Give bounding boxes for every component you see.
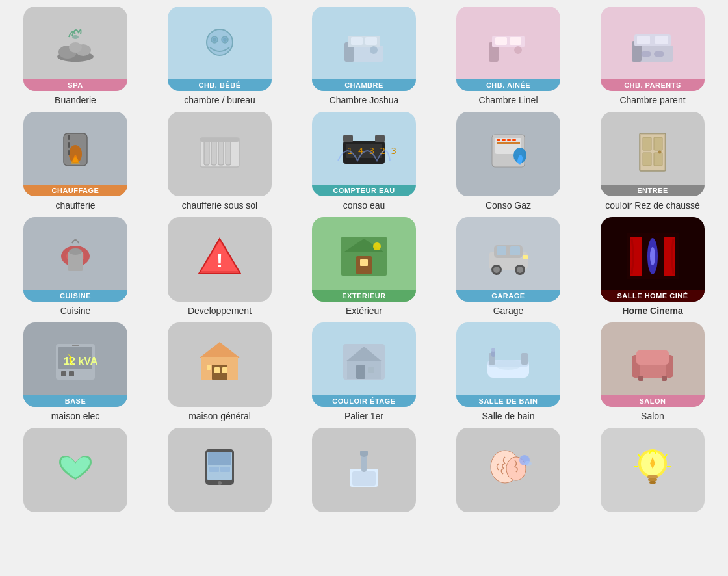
room-badge-buanderie: SPA <box>23 79 127 91</box>
svg-rect-118 <box>208 452 231 465</box>
room-icon-item-24 <box>482 444 534 490</box>
room-badge-cuisine: CUISINE <box>23 290 127 302</box>
svg-marker-92 <box>199 342 240 358</box>
room-label-conso-gaz: Conso Gaz <box>486 200 531 211</box>
room-icon-chaufferie <box>49 128 101 174</box>
room-label-cuisine: Cuisine <box>60 306 91 316</box>
room-icon-box-developpement: ! <box>168 217 272 302</box>
room-icon-home-cinema <box>627 233 679 279</box>
room-icon-couloir-rdc <box>627 128 679 174</box>
room-icon-salle-de-bain <box>482 339 534 384</box>
room-item-chambre-bureau[interactable]: CHB. BÉBÉ chambre / bureau <box>151 7 289 105</box>
room-icon-box-home-cinema: SALLE HOME CINÉ <box>601 217 705 302</box>
svg-rect-51 <box>512 139 516 141</box>
room-label-conso-eau: conso eau <box>343 200 385 211</box>
room-badge-chambre-parents: CHB. PARENTS <box>601 79 705 91</box>
room-label-exterieur: Extérieur <box>346 306 382 316</box>
room-icon-item-25 <box>627 444 679 490</box>
svg-rect-75 <box>497 246 506 255</box>
room-icon-box-chambre-linel: CHB. AINÉE <box>456 7 560 91</box>
svg-rect-32 <box>68 135 70 140</box>
svg-point-27 <box>641 51 651 57</box>
room-item-salon[interactable]: SALON Salon <box>584 322 722 421</box>
svg-rect-52 <box>497 142 520 144</box>
room-label-maison-elec: maison elec <box>51 411 100 421</box>
room-icon-maison-general <box>194 339 246 384</box>
svg-point-8 <box>213 38 216 41</box>
room-item-palier-1er[interactable]: COULOIR ÉTAGE Palier 1er <box>295 322 433 421</box>
svg-point-80 <box>517 267 523 273</box>
room-badge-couloir-rdc: ENTREE <box>601 185 705 196</box>
svg-point-121 <box>218 481 222 485</box>
room-badge-chambre-joshua: CHAMBRE <box>312 79 416 91</box>
room-item-item-25[interactable] <box>584 428 722 516</box>
room-item-maison-general[interactable]: maison général <box>151 322 289 421</box>
svg-rect-19 <box>495 37 507 45</box>
room-item-buanderie[interactable]: SPA Buanderie <box>6 7 144 105</box>
svg-rect-36 <box>204 140 209 165</box>
room-icon-box-item-25 <box>601 428 705 512</box>
room-icon-garage <box>482 233 534 279</box>
room-badge-palier-1er: COULOIR ÉTAGE <box>312 395 416 407</box>
svg-point-107 <box>495 360 521 370</box>
room-item-developpement[interactable]: ! Developpement <box>151 217 289 316</box>
room-item-conso-gaz[interactable]: Conso Gaz <box>439 112 577 211</box>
svg-rect-81 <box>523 255 528 259</box>
svg-rect-40 <box>200 138 239 142</box>
room-item-home-cinema[interactable]: SALLE HOME CINÉ Home Cinema <box>584 217 722 316</box>
room-label-palier-1er: Palier 1er <box>344 411 384 421</box>
room-item-item-21[interactable] <box>6 428 144 516</box>
room-icon-item-21 <box>49 444 101 490</box>
room-icon-box-chambre-parents: CHB. PARENTS <box>601 7 705 91</box>
svg-rect-90 <box>61 371 66 376</box>
room-item-garage[interactable]: GARAGE Garage <box>439 217 577 316</box>
room-item-couloir-rdc[interactable]: ENTREE couloir Rez de chaussé <box>584 112 722 211</box>
svg-rect-136 <box>649 481 656 484</box>
room-item-chambre-parents[interactable]: CHB. PARENTS Chambre parent <box>584 7 722 105</box>
room-icon-box-maison-general <box>168 322 272 407</box>
room-badge-conso-eau: COMPTEUR EAU <box>312 185 416 196</box>
svg-text:!: ! <box>216 250 223 271</box>
room-item-cuisine[interactable]: CUISINE Cuisine <box>6 217 144 316</box>
room-icon-conso-eau: 1 4 3 2 3 <box>338 128 390 174</box>
room-icon-chambre-parents <box>627 23 679 68</box>
svg-rect-45 <box>375 135 385 142</box>
svg-point-78 <box>493 267 500 273</box>
room-item-item-22[interactable] <box>151 428 289 516</box>
room-item-item-23[interactable] <box>295 428 433 516</box>
svg-rect-37 <box>211 140 216 165</box>
room-item-salle-de-bain[interactable]: SALLE DE BAIN Salle de bain <box>439 322 577 421</box>
room-icon-box-item-21 <box>23 428 127 512</box>
room-label-buanderie: Buanderie <box>55 95 96 105</box>
room-icon-box-conso-gaz <box>456 112 560 196</box>
room-icon-box-item-23 <box>312 428 416 512</box>
svg-rect-38 <box>218 140 224 165</box>
room-item-chaufferie-sous-sol[interactable]: chaufferie sous sol <box>151 112 289 211</box>
room-label-chambre-joshua: Chambre Joshua <box>330 95 399 105</box>
room-item-item-24[interactable] <box>439 428 577 516</box>
room-item-chambre-linel[interactable]: CHB. AINÉE Chambre Linel <box>439 7 577 105</box>
svg-point-64 <box>69 248 82 255</box>
svg-point-86 <box>650 247 655 265</box>
room-icon-box-cuisine: CUISINE <box>23 217 127 302</box>
room-label-maison-general: maison général <box>188 411 251 421</box>
room-item-exterieur[interactable]: EXTERIEUR Extérieur <box>295 217 433 316</box>
room-icon-palier-1er <box>338 339 390 384</box>
svg-rect-20 <box>510 37 521 45</box>
room-badge-maison-elec: BASE <box>23 395 127 407</box>
room-item-conso-eau[interactable]: 1 4 3 2 3 COMPTEUR EAU conso eau <box>295 112 433 211</box>
svg-rect-127 <box>365 451 368 456</box>
room-icon-conso-gaz <box>482 128 534 174</box>
svg-rect-113 <box>636 350 669 365</box>
room-icon-box-chaufferie-sous-sol <box>168 112 272 196</box>
room-grid: SPA Buanderie CHB. BÉBÉ chambre / bureau <box>6 7 722 516</box>
room-item-chaufferie[interactable]: CHAUFFAGE chaufferie <box>6 112 144 211</box>
room-icon-box-chambre-bureau: CHB. BÉBÉ <box>168 7 272 91</box>
room-icon-box-item-22 <box>168 428 272 512</box>
svg-rect-126 <box>360 451 363 456</box>
svg-rect-120 <box>220 467 230 472</box>
svg-rect-25 <box>637 36 650 44</box>
room-label-couloir-rdc: couloir Rez de chaussé <box>605 200 700 211</box>
room-item-maison-elec[interactable]: 12 kVA BASE maison elec <box>6 322 144 421</box>
room-item-chambre-joshua[interactable]: CHAMBRE Chambre Joshua <box>295 7 433 105</box>
